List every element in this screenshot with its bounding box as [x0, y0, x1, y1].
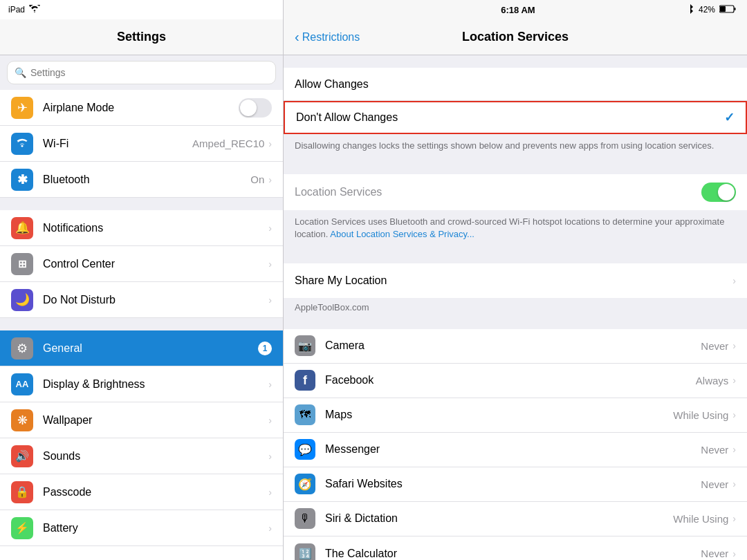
camera-app-icon: 📷	[295, 335, 315, 356]
do-not-disturb-chevron: ›	[268, 295, 272, 306]
maps-app-status: While Using	[673, 409, 728, 421]
general-icon: ⚙	[11, 337, 33, 360]
calculator-app-status: Never	[701, 548, 728, 559]
search-bar[interactable]: 🔍	[7, 61, 276, 84]
general-label: General	[43, 342, 258, 355]
general-badge: 1	[258, 342, 272, 355]
location-privacy-link[interactable]: About Location Services & Privacy...	[330, 229, 474, 239]
messenger-app-name: Messenger	[325, 443, 701, 456]
siri-app-status: While Using	[673, 513, 728, 525]
passcode-chevron: ›	[268, 487, 272, 498]
wifi-chevron: ›	[268, 138, 272, 149]
control-center-icon: ⊞	[11, 253, 33, 275]
battery-icon: ⚡	[11, 517, 33, 539]
apps-section: 📷 Camera Never › f Facebook Always › 🗺	[284, 329, 747, 560]
bluetooth-label: Bluetooth	[43, 174, 250, 186]
bluetooth-status-icon	[686, 4, 694, 16]
settings-item-bluetooth[interactable]: ✱ Bluetooth On ›	[0, 162, 283, 198]
maps-chevron: ›	[732, 409, 736, 420]
settings-item-display[interactable]: AA Display & Brightness ›	[0, 366, 283, 402]
bluetooth-settings-icon: ✱	[11, 169, 33, 191]
display-icon: AA	[11, 373, 33, 395]
share-location-chevron: ›	[732, 275, 736, 286]
back-button[interactable]: ‹ Restrictions	[295, 29, 360, 45]
wifi-settings-icon	[11, 133, 33, 155]
settings-item-do-not-disturb[interactable]: 🌙 Do Not Disturb ›	[0, 282, 283, 318]
app-item-facebook[interactable]: f Facebook Always ›	[284, 364, 747, 398]
sounds-label: Sounds	[43, 450, 268, 463]
separator-1	[0, 198, 283, 210]
allow-changes-row[interactable]: Allow Changes	[284, 68, 747, 101]
facebook-chevron: ›	[732, 375, 736, 386]
share-location-section: Share My Location ›	[284, 263, 747, 298]
left-panel: iPad Settings 🔍 ✈ Airplane Mode	[0, 0, 284, 560]
right-panel: 6:18 AM 42% ‹ Restrictions Location Serv	[284, 0, 747, 560]
safari-app-icon: 🧭	[295, 474, 315, 494]
app-item-camera[interactable]: 📷 Camera Never ›	[284, 329, 747, 364]
battery-label: Battery	[43, 522, 268, 534]
time-display: 6:18 AM	[501, 5, 535, 15]
app-item-maps[interactable]: 🗺 Maps While Using ›	[284, 398, 747, 433]
status-right-group: 42%	[686, 4, 736, 16]
battery-chevron: ›	[268, 523, 272, 534]
back-chevron-icon: ‹	[295, 29, 299, 45]
siri-app-icon: 🎙	[295, 508, 315, 529]
dont-allow-changes-row[interactable]: Don't Allow Changes ✓	[284, 101, 747, 134]
sounds-chevron: ›	[268, 451, 272, 462]
settings-item-wallpaper[interactable]: ❋ Wallpaper ›	[0, 402, 283, 438]
airplane-label: Airplane Mode	[43, 102, 239, 114]
app-item-siri[interactable]: 🎙 Siri & Dictation While Using ›	[284, 502, 747, 536]
control-center-chevron: ›	[268, 259, 272, 270]
camera-chevron: ›	[732, 340, 736, 351]
settings-group-alerts: 🔔 Notifications › ⊞ Control Center › 🌙 D…	[0, 210, 283, 318]
app-item-calculator[interactable]: 🔢 The Calculator Never ›	[284, 536, 747, 560]
search-input[interactable]	[30, 67, 268, 78]
share-my-location-row[interactable]: Share My Location ›	[284, 263, 747, 298]
airplane-toggle[interactable]	[239, 98, 272, 118]
search-container: 🔍	[0, 55, 283, 90]
facebook-app-name: Facebook	[325, 374, 696, 386]
location-services-toggle-row: Location Services	[284, 174, 747, 210]
messenger-chevron: ›	[732, 444, 736, 455]
notifications-icon: 🔔	[11, 217, 33, 239]
safari-chevron: ›	[732, 478, 736, 489]
display-label: Display & Brightness	[43, 378, 268, 391]
display-chevron: ›	[268, 379, 272, 390]
control-center-label: Control Center	[43, 258, 268, 270]
dont-allow-label: Don't Allow Changes	[296, 111, 724, 124]
notifications-chevron: ›	[268, 223, 272, 234]
location-services-section: Location Services	[284, 174, 747, 210]
wallpaper-label: Wallpaper	[43, 414, 268, 427]
wallpaper-icon: ❋	[11, 409, 33, 431]
settings-item-control-center[interactable]: ⊞ Control Center ›	[0, 246, 283, 282]
checkmark-icon: ✓	[724, 110, 735, 125]
settings-item-notifications[interactable]: 🔔 Notifications ›	[0, 210, 283, 246]
calculator-chevron: ›	[732, 548, 736, 559]
settings-item-general[interactable]: ⚙ General 1	[0, 330, 283, 366]
app-item-messenger[interactable]: 💬 Messenger Never ›	[284, 433, 747, 467]
settings-item-wifi[interactable]: Wi-Fi Amped_REC10 ›	[0, 126, 283, 162]
app-item-safari[interactable]: 🧭 Safari Websites Never ›	[284, 467, 747, 502]
settings-item-passcode[interactable]: 🔒 Passcode ›	[0, 474, 283, 510]
allow-changes-label: Allow Changes	[295, 78, 736, 91]
svg-rect-1	[735, 8, 736, 10]
notifications-label: Notifications	[43, 222, 268, 234]
do-not-disturb-label: Do Not Disturb	[43, 294, 268, 306]
settings-item-airplane[interactable]: ✈ Airplane Mode	[0, 90, 283, 126]
wifi-value: Amped_REC10	[192, 138, 264, 149]
safari-app-name: Safari Websites	[325, 478, 701, 490]
camera-app-status: Never	[701, 340, 728, 352]
siri-app-name: Siri & Dictation	[325, 512, 673, 525]
battery-percent-text: 42%	[699, 5, 715, 15]
settings-item-battery[interactable]: ⚡ Battery ›	[0, 510, 283, 546]
settings-item-sounds[interactable]: 🔊 Sounds ›	[0, 438, 283, 474]
maps-app-name: Maps	[325, 409, 673, 421]
svg-rect-2	[720, 6, 726, 12]
settings-title: Settings	[117, 30, 166, 44]
app-section-header: AppleToolBox.com	[284, 298, 747, 315]
separator-2	[0, 318, 283, 330]
location-services-toggle[interactable]	[701, 183, 736, 202]
content-area: Allow Changes Don't Allow Changes ✓ Disa…	[284, 55, 747, 560]
calculator-app-icon: 🔢	[295, 543, 315, 560]
siri-chevron: ›	[732, 513, 736, 524]
